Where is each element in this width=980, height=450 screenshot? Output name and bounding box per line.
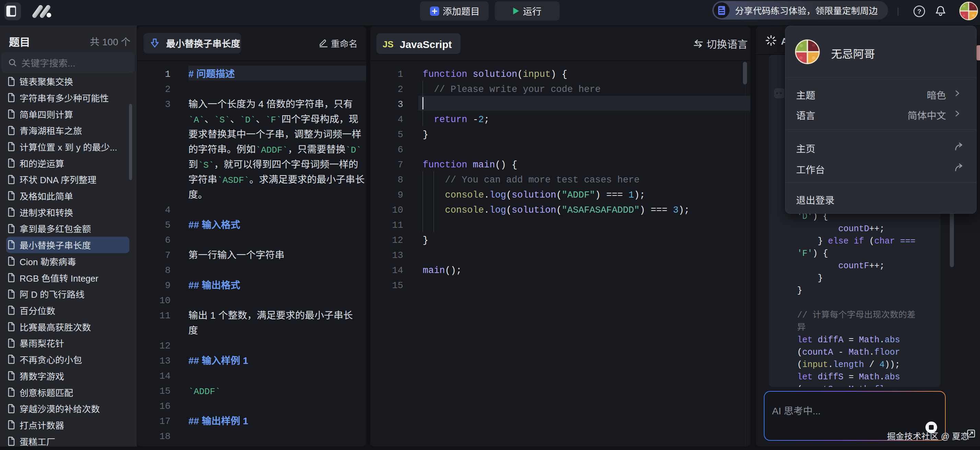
- svg-text:?: ?: [917, 8, 921, 15]
